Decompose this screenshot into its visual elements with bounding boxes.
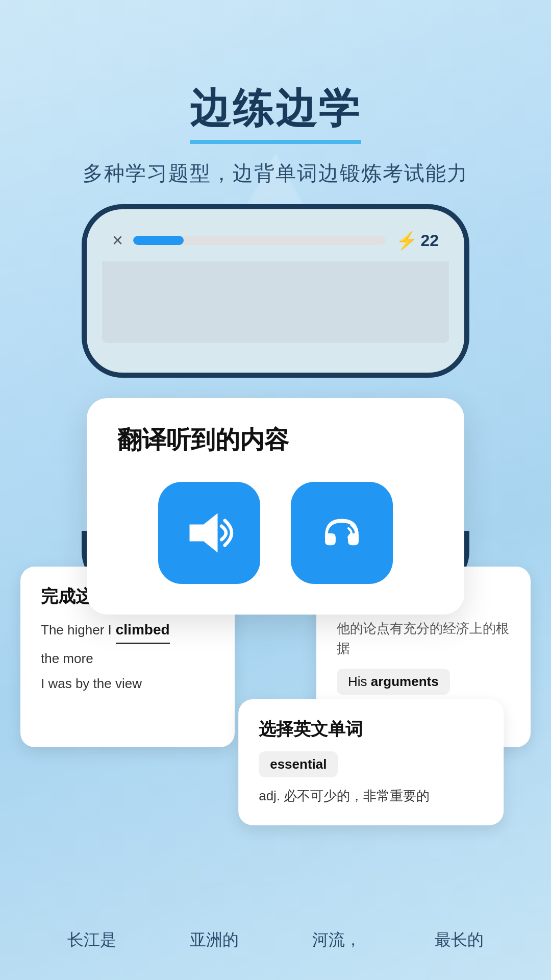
progress-bar [133, 236, 386, 245]
headphone-icon [314, 505, 370, 561]
select-word-title: 选择英文单词 [259, 718, 483, 741]
sentence-line-1: The higher I climbed the more [41, 619, 214, 669]
close-icon[interactable]: × [112, 230, 123, 251]
overflow-item1: 长江是 [67, 929, 116, 951]
bottom-overflow-row: 长江是 亚洲的 河流， 最长的 [0, 929, 551, 951]
subtitle: 多种学习题型，边背单词边锻炼考试能力 [0, 159, 551, 187]
overflow-item4: 最长的 [435, 929, 484, 951]
select-word-card: 选择英文单词 essential adj. 必不可少的，非常重要的 [238, 699, 504, 825]
chip-arguments[interactable]: His arguments [337, 669, 450, 695]
essential-definition: adj. 必不可少的，非常重要的 [259, 786, 430, 807]
translate-card: 翻译听到的内容 [87, 398, 464, 615]
audio-speaker-button[interactable] [158, 482, 260, 584]
chip1-word: arguments [371, 674, 439, 689]
essential-word: essential [270, 756, 327, 772]
line1-start: The higher I [41, 620, 112, 641]
chinese-text: 他的论点有充分的经济上的根据 [337, 619, 510, 658]
overflow-item3: 河流， [312, 929, 361, 951]
overflow-item2: 亚洲的 [190, 929, 239, 951]
select-word-section: 选择英文单词 essential adj. 必不可少的，非常重要的 [238, 699, 504, 825]
sentence-line-2: I was by the view [41, 673, 214, 695]
speaker-icon [181, 505, 237, 561]
main-title: 边练边学 [190, 82, 361, 144]
line2: I was by the view [41, 673, 142, 695]
score-value: 22 [420, 231, 439, 250]
progress-fill [133, 236, 184, 245]
chip-essential[interactable]: essential [259, 751, 338, 777]
phone-topbar: × ⚡ 22 [102, 225, 449, 261]
chip1-prefix: His [348, 674, 371, 689]
essential-row: essential adj. 必不可少的，非常重要的 [259, 751, 483, 807]
translate-card-title: 翻译听到的内容 [117, 424, 434, 456]
header-section: 边练边学 多种学习题型，边背单词边锻炼考试能力 [0, 0, 551, 208]
phone-content-area [102, 261, 449, 343]
svg-marker-0 [190, 513, 218, 553]
lightning-icon: ⚡ [396, 230, 417, 251]
audio-headphone-button[interactable] [291, 482, 393, 584]
audio-buttons-row [117, 482, 434, 584]
line1-blank: climbed [116, 619, 170, 644]
phone-frame: × ⚡ 22 [82, 204, 469, 378]
score-display: ⚡ 22 [396, 230, 439, 251]
line1-end: the more [41, 648, 93, 670]
